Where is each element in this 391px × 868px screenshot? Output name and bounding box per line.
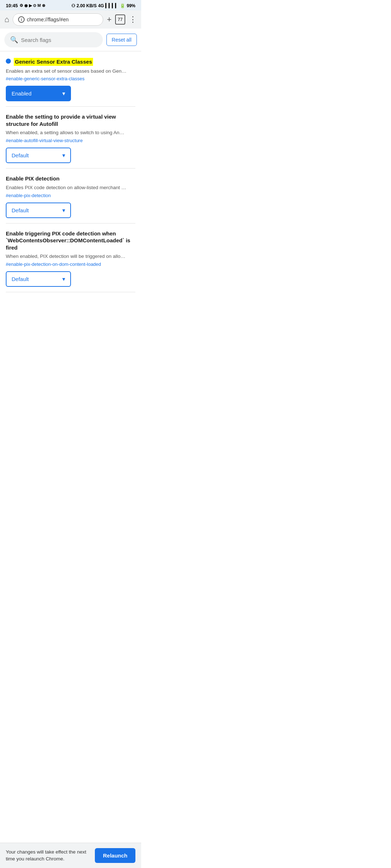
search-input[interactable] [21, 37, 97, 43]
flag-title: Enable triggering PIX code detection whe… [6, 230, 135, 251]
flag-dropdown[interactable]: Default ▾ [6, 203, 71, 218]
flag-description: When enabled, a setting allows to switch… [6, 129, 135, 136]
status-time: 10:45 ⚙ ◉ ▶ ⊙ M ⊗ [6, 3, 45, 8]
signal-icon: ▎▎▎▎ [105, 3, 118, 8]
flag-dropdown[interactable]: Default ▾ [6, 148, 71, 163]
dropdown-value: Default [12, 207, 29, 213]
flags-list: Generic Sensor Extra Classes Enables an … [0, 51, 141, 321]
status-bar: 10:45 ⚙ ◉ ▶ ⊙ M ⊗ ⚇ 2.00 KB/S 4G ▎▎▎▎ 🔋 … [0, 0, 141, 10]
chevron-down-icon: ▾ [62, 90, 65, 97]
flag-dropdown[interactable]: Enabled ▾ [6, 86, 71, 101]
reset-all-button[interactable]: Reset all [106, 34, 137, 46]
chevron-down-icon: ▾ [62, 152, 65, 159]
search-flags-bar: 🔍 Reset all [0, 29, 141, 51]
dropdown-value: Enabled [12, 90, 31, 97]
dropdown-value: Default [12, 152, 29, 158]
flag-title-row: Generic Sensor Extra Classes [6, 58, 135, 66]
chevron-down-icon: ▾ [62, 207, 65, 214]
menu-button[interactable]: ⋮ [129, 15, 137, 24]
search-icon: 🔍 [10, 36, 18, 44]
home-icon: ⌂ [4, 15, 9, 24]
flag-title-row: Enable PIX detection [6, 175, 135, 182]
chevron-down-icon: ▾ [62, 276, 65, 282]
info-icon: i [18, 16, 25, 23]
status-right-icons: ⚇ 2.00 KB/S 4G ▎▎▎▎ 🔋 99% [71, 3, 135, 8]
flag-anchor-link[interactable]: #enable-generic-sensor-extra-classes [6, 76, 135, 81]
flag-anchor-link[interactable]: #enable-autofill-virtual-view-structure [6, 138, 135, 143]
flag-item: Enable triggering PIX code detection whe… [6, 224, 135, 292]
network-display: 4G [98, 3, 104, 8]
flag-title: Enable the setting to provide a virtual … [6, 113, 135, 127]
plus-icon: + [107, 15, 112, 24]
flag-description: When enabled, PIX detection will be trig… [6, 253, 135, 260]
battery-percent: 99% [127, 3, 135, 8]
status-icons: ⚙ ◉ ▶ ⊙ M ⊗ [20, 3, 45, 8]
flag-description: Enables an extra set of sensor classes b… [6, 68, 135, 75]
flag-enabled-dot [6, 59, 11, 64]
search-input-wrapper: 🔍 [4, 32, 103, 47]
time-display: 10:45 [6, 3, 18, 8]
bluetooth-icon: ⚇ [71, 3, 75, 8]
flag-dropdown[interactable]: Default ▾ [6, 271, 71, 287]
flag-title: Generic Sensor Extra Classes [14, 58, 93, 66]
dropdown-value: Default [12, 276, 29, 282]
battery-icon: 🔋 [120, 3, 125, 8]
flag-anchor-link[interactable]: #enable-pix-detection [6, 193, 135, 198]
flag-title-row: Enable the setting to provide a virtual … [6, 113, 135, 127]
flag-title-row: Enable triggering PIX code detection whe… [6, 230, 135, 251]
address-bar[interactable]: i chrome://flags/#en [13, 13, 103, 26]
flag-item: Enable PIX detection Enables PIX code de… [6, 169, 135, 223]
flag-item: Generic Sensor Extra Classes Enables an … [6, 51, 135, 107]
flag-description: Enables PIX code detection on allow-list… [6, 184, 135, 191]
browser-toolbar: ⌂ i chrome://flags/#en + 77 ⋮ [0, 10, 141, 29]
speed-display: 2.00 KB/S [77, 3, 97, 8]
overflow-icon: ⋮ [129, 15, 137, 24]
flag-item: Enable the setting to provide a virtual … [6, 107, 135, 169]
url-text: chrome://flags/#en [27, 17, 68, 22]
tab-count-badge[interactable]: 77 [115, 14, 125, 25]
new-tab-button[interactable]: + [107, 15, 112, 24]
flag-anchor-link[interactable]: #enable-pix-detection-on-dom-content-loa… [6, 261, 135, 267]
flag-title: Enable PIX detection [6, 175, 59, 182]
home-button[interactable]: ⌂ [4, 15, 9, 24]
